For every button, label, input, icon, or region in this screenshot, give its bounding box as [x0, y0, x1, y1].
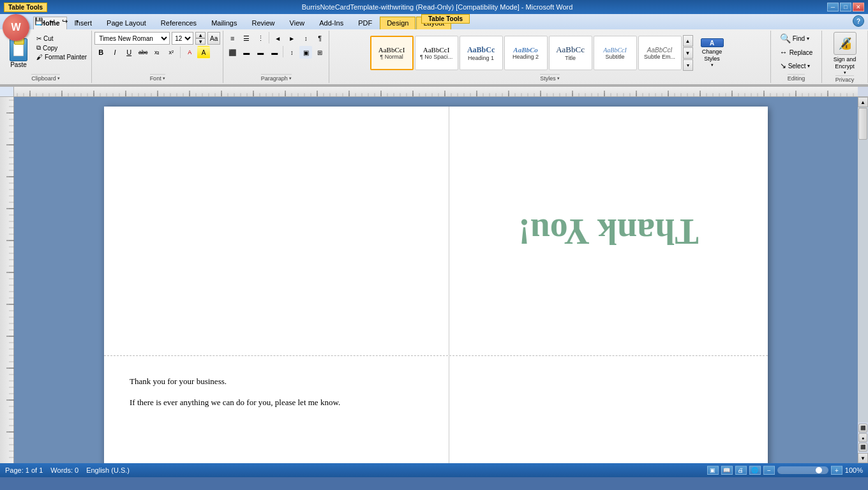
bold-button[interactable]: B [94, 46, 107, 59]
ruler-scrollbar-placeholder [858, 87, 868, 97]
style-heading2-item[interactable]: AaBbCo Heading 2 [504, 36, 548, 70]
cut-button[interactable]: ✂Cut [34, 34, 89, 43]
align-center-button[interactable]: ▬ [240, 46, 253, 59]
italic-button[interactable]: I [108, 46, 121, 59]
redo-qat-button[interactable]: ↪ [59, 15, 70, 27]
number-list-button[interactable]: ☰ [240, 32, 253, 45]
font-name-select[interactable]: Times New Roman [94, 32, 170, 45]
align-right-button[interactable]: ▬ [254, 46, 267, 59]
scroll-down-button[interactable]: ▼ [858, 453, 868, 463]
styles-scroll-down-button[interactable]: ▼ [683, 47, 693, 59]
style-normal-item[interactable]: AaBbCcI ¶ Normal [370, 36, 414, 70]
maximize-button[interactable]: □ [840, 3, 851, 11]
help-button[interactable]: ? [853, 15, 864, 27]
quadrant-bottom-right[interactable] [449, 356, 768, 463]
sign-encrypt-button[interactable]: 🔏 Sign andEncrypt ▾ [834, 32, 857, 75]
minimize-button[interactable]: ─ [827, 3, 839, 11]
paste-label: Paste [10, 61, 27, 68]
tab-pdf[interactable]: PDF [351, 17, 379, 29]
zoom-out-button[interactable]: − [763, 466, 775, 475]
bullet-list-button[interactable]: ≡ [226, 32, 239, 45]
format-painter-button[interactable]: 🖌Format Painter [34, 53, 89, 61]
language-indicator: English (U.S.) [86, 466, 130, 474]
copy-button[interactable]: ⧉Copy [34, 43, 89, 52]
style-subtle-em-item[interactable]: AaBbCcI Subtle Em... [638, 36, 682, 70]
undo-qat-button[interactable]: ↩ [46, 15, 57, 27]
quadrant-top-right[interactable]: Thank You! [449, 107, 768, 355]
subscript-button[interactable]: x₂ [151, 46, 163, 59]
scroll-up-button[interactable]: ▲ [858, 97, 868, 107]
document-scroll-area[interactable]: Thank You! Thank you for your business. … [14, 97, 858, 463]
font-size-select[interactable]: 12 [172, 32, 193, 45]
underline-button[interactable]: U [123, 46, 135, 59]
font-content: Times New Roman 12 ▲ ▼ Aa B I U abc [94, 32, 220, 74]
zoom-in-button[interactable]: + [831, 466, 842, 475]
decrease-font-button[interactable]: ▼ [195, 38, 206, 45]
paragraph-thank-you: Thank you for your business. [130, 375, 423, 389]
styles-scroll-controls: ▲ ▼ ▾ [683, 35, 693, 71]
style-no-spacing-item[interactable]: AaBbCcI ¶ No Spaci... [415, 36, 458, 70]
decrease-indent-button[interactable]: ◄ [271, 32, 284, 45]
tab-add-ins[interactable]: Add-Ins [312, 17, 350, 29]
tab-review[interactable]: Review [244, 17, 281, 29]
save-qat-button[interactable]: 💾 [33, 15, 45, 27]
svg-rect-3 [14, 87, 858, 97]
strikethrough-button[interactable]: abc [137, 46, 149, 59]
styles-content: AaBbCcI ¶ Normal AaBbCcI ¶ No Spaci... A… [370, 32, 730, 74]
line-spacing-button[interactable]: ↕ [285, 46, 298, 59]
status-right: ▣ 📖 🖨 🌐 − + 100% [707, 466, 863, 475]
select-browse-button[interactable]: ● [858, 433, 867, 442]
sign-encrypt-icon: 🔏 [834, 32, 857, 55]
sort-button[interactable]: ↕ [299, 32, 312, 45]
horizontal-ruler [14, 87, 858, 97]
tab-page-layout[interactable]: Page Layout [100, 17, 153, 29]
highlight-button[interactable]: A [197, 46, 210, 59]
tab-view[interactable]: View [283, 17, 312, 29]
justify-button[interactable]: ▬ [268, 46, 281, 59]
find-button[interactable]: 🔍 Find ▾ [777, 32, 816, 45]
zoom-slider[interactable] [777, 466, 828, 474]
increase-indent-button[interactable]: ► [285, 32, 298, 45]
replace-button[interactable]: ↔ Replace [777, 47, 816, 58]
multilevel-list-button[interactable]: ⋮ [254, 32, 267, 45]
office-button[interactable]: W [3, 14, 29, 41]
quadrant-top-left[interactable] [104, 107, 449, 355]
view-web-button[interactable]: 🌐 [749, 466, 761, 475]
align-left-button[interactable]: ⬛ [226, 46, 239, 59]
clear-formatting-button[interactable]: Aa [207, 32, 220, 45]
clipboard-small-buttons: ✂Cut ⧉Copy 🖌Format Painter [34, 34, 89, 61]
style-subtitle-label: Subtitle [606, 54, 625, 60]
tab-design[interactable]: Design [380, 17, 415, 29]
editing-content: 🔍 Find ▾ ↔ Replace ↘ Select ▾ [777, 32, 816, 74]
style-title-item[interactable]: AaBbCc Title [549, 36, 592, 70]
status-left: Page: 1 of 1 Words: 0 English (U.S.) [5, 466, 130, 474]
qat-dropdown-button[interactable]: ▾ [71, 15, 83, 27]
scroll-thumb[interactable] [858, 108, 867, 140]
prev-page-button[interactable]: ⬛ [858, 424, 867, 433]
style-title-preview: AaBbCc [556, 45, 585, 55]
borders-button[interactable]: ⊞ [313, 46, 326, 59]
quadrant-bottom-left[interactable]: Thank you for your business. If there is… [104, 356, 449, 463]
shading-button[interactable]: ▣ [299, 46, 312, 59]
vertical-scrollbar[interactable]: ▲ ⬛ ● ⬛ ▼ [858, 97, 868, 463]
change-styles-button[interactable]: A ChangeStyles ▾ [694, 36, 730, 70]
ruler-ticks [14, 87, 858, 96]
styles-scroll-up-button[interactable]: ▲ [683, 35, 693, 47]
tab-mailings[interactable]: Mailings [204, 17, 244, 29]
select-button[interactable]: ↘ Select ▾ [777, 60, 816, 71]
view-reading-button[interactable]: 📖 [721, 466, 733, 475]
text-effects-button[interactable]: A [183, 46, 196, 59]
scroll-page-nav: ⬛ ● ⬛ [858, 422, 867, 453]
next-page-button[interactable]: ⬛ [858, 443, 867, 452]
view-normal-button[interactable]: ▣ [707, 466, 719, 475]
title-bar-controls[interactable]: ─ □ ✕ [827, 3, 864, 11]
style-heading1-item[interactable]: AaBbCc Heading 1 [460, 36, 503, 70]
tab-references[interactable]: References [154, 17, 204, 29]
style-subtitle-item[interactable]: AaBbCcI Subtitle [594, 36, 637, 70]
show-formatting-button[interactable]: ¶ [313, 32, 326, 45]
styles-more-button[interactable]: ▾ [683, 59, 693, 71]
view-print-button[interactable]: 🖨 [735, 466, 747, 475]
superscript-button[interactable]: x² [165, 46, 177, 59]
close-button[interactable]: ✕ [853, 3, 864, 11]
increase-font-button[interactable]: ▲ [195, 32, 206, 38]
